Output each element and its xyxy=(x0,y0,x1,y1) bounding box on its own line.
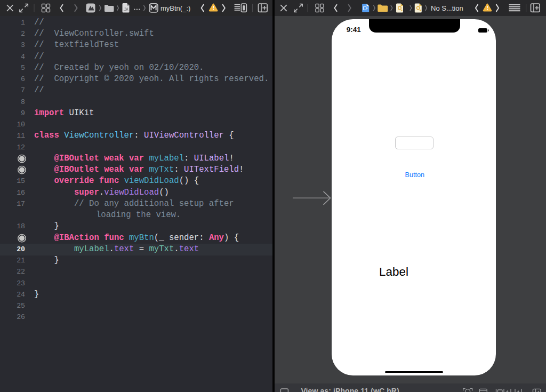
svg-text:No S...tion: No S...tion xyxy=(431,4,463,12)
svg-text:myBtn(_:): myBtn(_:) xyxy=(160,4,190,12)
